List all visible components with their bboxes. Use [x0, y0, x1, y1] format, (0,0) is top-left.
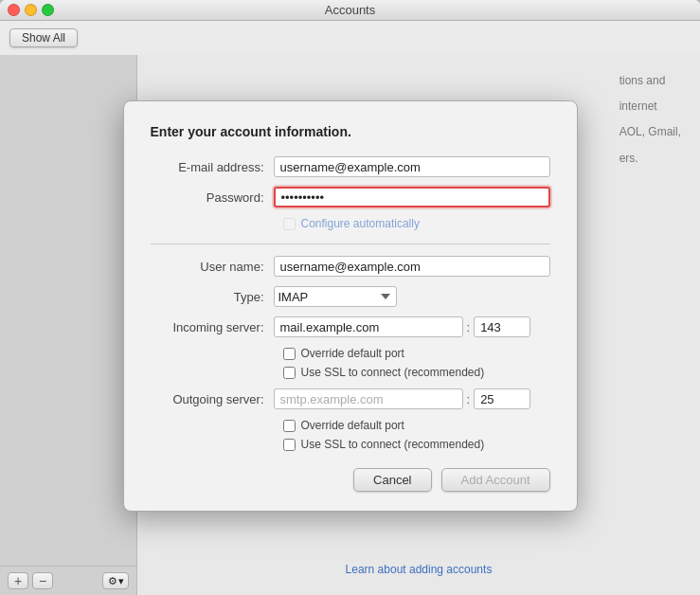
add-account-button[interactable]: Add Account: [441, 468, 550, 492]
configure-row: Configure automatically: [283, 217, 550, 230]
outgoing-server-label: Outgoing server:: [151, 392, 274, 406]
form-divider: [151, 243, 550, 244]
outgoing-ssl-row: Use SSL to connect (recommended): [283, 438, 550, 451]
title-bar: Accounts: [0, 0, 700, 21]
outgoing-override-row: Override default port: [283, 419, 550, 432]
accounts-window: Accounts Show All + − ⚙ ▾: [0, 0, 700, 595]
add-icon: +: [14, 573, 22, 588]
modal-title: Enter your account information.: [151, 124, 550, 139]
outgoing-override-checkbox[interactable]: [283, 420, 296, 432]
email-row: E-mail address:: [151, 156, 550, 177]
remove-icon: −: [39, 573, 46, 588]
chevron-down-icon: ▾: [118, 575, 124, 587]
outgoing-server-input[interactable]: [274, 388, 463, 409]
hint-text-1: tions and: [619, 72, 681, 90]
incoming-override-checkbox[interactable]: [283, 348, 296, 360]
outgoing-server-row: Outgoing server: :: [151, 388, 550, 409]
traffic-lights: [8, 4, 54, 16]
add-account-modal: Enter your account information. E-mail a…: [123, 100, 578, 512]
remove-account-button[interactable]: −: [32, 572, 53, 589]
bottom-link-container: Learn about adding accounts: [346, 563, 493, 576]
outgoing-ssl-checkbox[interactable]: [283, 439, 296, 451]
configure-label: Configure automatically: [301, 217, 420, 230]
port-separator-1: :: [467, 320, 471, 334]
incoming-override-label: Override default port: [301, 347, 404, 360]
hint-text-2: internet: [619, 98, 681, 116]
sidebar: + − ⚙ ▾: [0, 55, 137, 595]
username-label: User name:: [151, 260, 274, 274]
type-label: Type:: [151, 290, 274, 304]
incoming-server-row: Incoming server: :: [151, 316, 550, 337]
port-separator-2: :: [467, 392, 471, 406]
password-row: Password:: [151, 187, 550, 207]
incoming-server-input[interactable]: [274, 316, 463, 337]
gear-icon: ⚙: [108, 575, 117, 587]
learn-about-adding-link[interactable]: Learn about adding accounts: [346, 563, 493, 576]
hint-text-3: AOL, Gmail,: [619, 123, 681, 141]
main-panel-text: tions and internet AOL, Gmail, ers.: [601, 55, 700, 192]
window-title: Accounts: [325, 3, 375, 17]
gear-menu-button[interactable]: ⚙ ▾: [102, 572, 129, 589]
outgoing-override-label: Override default port: [301, 419, 404, 432]
sidebar-bottom: + − ⚙ ▾: [0, 566, 136, 595]
maximize-button[interactable]: [42, 4, 54, 16]
close-button[interactable]: [8, 4, 20, 16]
outgoing-ssl-label: Use SSL to connect (recommended): [301, 438, 485, 451]
incoming-server-label: Incoming server:: [151, 320, 274, 334]
minimize-button[interactable]: [25, 4, 37, 16]
outgoing-port-input[interactable]: [474, 388, 530, 409]
show-all-button[interactable]: Show All: [9, 28, 78, 47]
email-input[interactable]: [274, 156, 550, 177]
type-row: Type: IMAP POP Exchange: [151, 286, 550, 307]
incoming-ssl-row: Use SSL to connect (recommended): [283, 366, 550, 379]
incoming-ssl-checkbox[interactable]: [283, 367, 296, 379]
type-select[interactable]: IMAP POP Exchange: [274, 286, 397, 307]
configure-checkbox[interactable]: [283, 218, 296, 230]
email-label: E-mail address:: [151, 160, 274, 174]
incoming-override-row: Override default port: [283, 347, 550, 360]
password-input[interactable]: [274, 187, 550, 207]
username-input[interactable]: [274, 256, 550, 277]
incoming-server-inputs: :: [274, 316, 531, 337]
incoming-port-input[interactable]: [474, 316, 530, 337]
add-account-sidebar-button[interactable]: +: [8, 572, 28, 589]
hint-text-4: ers.: [619, 150, 681, 168]
outgoing-server-inputs: :: [274, 388, 531, 409]
modal-buttons-row: Cancel Add Account: [151, 468, 550, 492]
password-label: Password:: [151, 190, 274, 205]
username-row: User name:: [151, 256, 550, 277]
incoming-ssl-label: Use SSL to connect (recommended): [301, 366, 485, 379]
cancel-button[interactable]: Cancel: [353, 468, 431, 492]
toolbar: Show All: [0, 21, 700, 55]
content-area: + − ⚙ ▾ tions and internet AOL, Gmail, e…: [0, 55, 700, 595]
